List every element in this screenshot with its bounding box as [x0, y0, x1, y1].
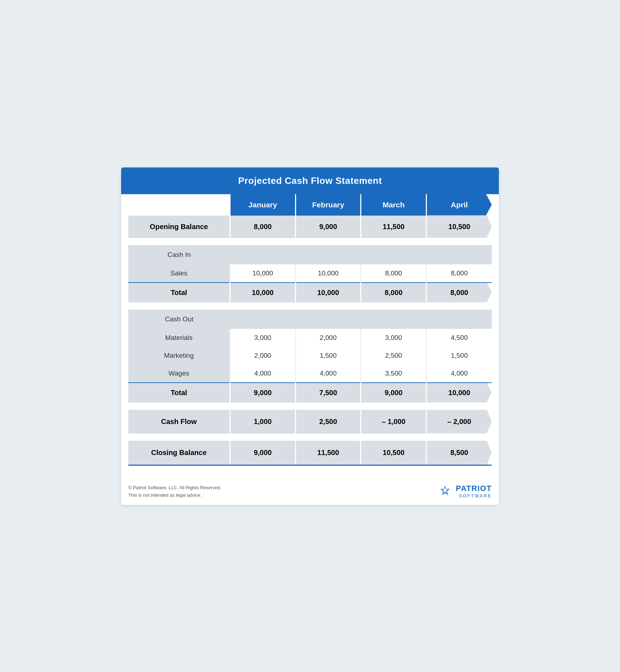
- cash-in-section-header: Cash In: [128, 245, 492, 264]
- materials-jan: 3,000: [230, 329, 296, 347]
- cash-flow-mar: – 1,000: [361, 410, 427, 434]
- cash-in-total-feb: 10,000: [295, 283, 361, 303]
- col-header-apr: April: [426, 194, 492, 216]
- col-header-label: [128, 194, 230, 216]
- marketing-row: Marketing 2,000 1,500 2,500 1,500: [128, 347, 492, 365]
- cash-out-label: Cash Out: [128, 310, 230, 329]
- spacer-2: [128, 303, 492, 310]
- sales-mar: 8,000: [361, 264, 427, 283]
- cash-in-label: Cash In: [128, 245, 230, 264]
- closing-balance-label: Closing Balance: [128, 441, 230, 465]
- materials-row: Materials 3,000 2,000 3,000 4,500: [128, 329, 492, 347]
- marketing-jan: 2,000: [230, 347, 296, 365]
- patriot-logo-icon: [437, 484, 453, 499]
- sales-row: Sales 10,000 10,000 8,000 8,000: [128, 264, 492, 283]
- sales-feb: 10,000: [295, 264, 361, 283]
- cash-flow-jan: 1,000: [230, 410, 296, 434]
- closing-balance-jan: 9,000: [230, 441, 296, 465]
- cash-out-total-row: Total 9,000 7,500 9,000 10,000: [128, 383, 492, 403]
- cash-flow-table: January February March April Opening Bal…: [128, 194, 492, 466]
- column-header-row: January February March April: [128, 194, 492, 216]
- cash-flow-row: Cash Flow 1,000 2,500 – 1,000 – 2,000: [128, 410, 492, 434]
- sales-apr: 8,000: [426, 264, 492, 283]
- opening-balance-apr: 10,500: [426, 216, 492, 238]
- logo-sub: SOFTWARE: [456, 493, 492, 498]
- marketing-feb: 1,500: [295, 347, 361, 365]
- cash-out-section-header: Cash Out: [128, 310, 492, 329]
- opening-balance-feb: 9,000: [295, 216, 361, 238]
- card: Projected Cash Flow Statement January Fe…: [121, 167, 499, 505]
- col-header-feb: February: [295, 194, 361, 216]
- wages-feb: 4,000: [295, 365, 361, 383]
- footer-text: © Patriot Software, LLC. All Rights Rese…: [128, 484, 221, 499]
- spacer-1: [128, 238, 492, 245]
- page-title: Projected Cash Flow Statement: [121, 167, 499, 194]
- footer: © Patriot Software, LLC. All Rights Rese…: [121, 476, 499, 505]
- spacer-4: [128, 434, 492, 441]
- closing-balance-feb: 11,500: [295, 441, 361, 465]
- wages-mar: 3,500: [361, 365, 427, 383]
- marketing-label: Marketing: [128, 347, 230, 365]
- cash-out-total-label: Total: [128, 383, 230, 403]
- materials-mar: 3,000: [361, 329, 427, 347]
- logo-name: PATRIOT: [456, 484, 492, 493]
- sales-jan: 10,000: [230, 264, 296, 283]
- closing-balance-row: Closing Balance 9,000 11,500 10,500 8,50…: [128, 441, 492, 465]
- cash-flow-label: Cash Flow: [128, 410, 230, 434]
- col-header-jan: January: [230, 194, 296, 216]
- logo-text: PATRIOT SOFTWARE: [456, 484, 492, 498]
- closing-balance-mar: 10,500: [361, 441, 427, 465]
- cash-out-total-apr: 10,000: [426, 383, 492, 403]
- cash-flow-feb: 2,500: [295, 410, 361, 434]
- cash-in-total-row: Total 10,000 10,000 8,000 8,000: [128, 283, 492, 303]
- sales-label: Sales: [128, 264, 230, 283]
- wages-row: Wages 4,000 4,000 3,500 4,000: [128, 365, 492, 383]
- cash-out-total-jan: 9,000: [230, 383, 296, 403]
- materials-apr: 4,500: [426, 329, 492, 347]
- col-header-mar: March: [361, 194, 427, 216]
- cash-in-total-apr: 8,000: [426, 283, 492, 303]
- cash-in-total-mar: 8,000: [361, 283, 427, 303]
- wages-apr: 4,000: [426, 365, 492, 383]
- marketing-apr: 1,500: [426, 347, 492, 365]
- opening-balance-jan: 8,000: [230, 216, 296, 238]
- closing-balance-apr: 8,500: [426, 441, 492, 465]
- logo: PATRIOT SOFTWARE: [437, 484, 492, 499]
- cash-out-total-mar: 9,000: [361, 383, 427, 403]
- spacer-3: [128, 403, 492, 410]
- materials-label: Materials: [128, 329, 230, 347]
- cash-in-total-label: Total: [128, 283, 230, 303]
- opening-balance-mar: 11,500: [361, 216, 427, 238]
- disclaimer-text: This is not intended as legal advice.: [128, 492, 221, 499]
- cash-out-total-feb: 7,500: [295, 383, 361, 403]
- cash-in-total-jan: 10,000: [230, 283, 296, 303]
- opening-balance-row: Opening Balance 8,000 9,000 11,500 10,50…: [128, 216, 492, 238]
- copyright-text: © Patriot Software, LLC. All Rights Rese…: [128, 484, 221, 492]
- materials-feb: 2,000: [295, 329, 361, 347]
- wages-label: Wages: [128, 365, 230, 383]
- cash-flow-apr: – 2,000: [426, 410, 492, 434]
- opening-balance-label: Opening Balance: [128, 216, 230, 238]
- marketing-mar: 2,500: [361, 347, 427, 365]
- wages-jan: 4,000: [230, 365, 296, 383]
- table-wrapper: January February March April Opening Bal…: [121, 194, 499, 476]
